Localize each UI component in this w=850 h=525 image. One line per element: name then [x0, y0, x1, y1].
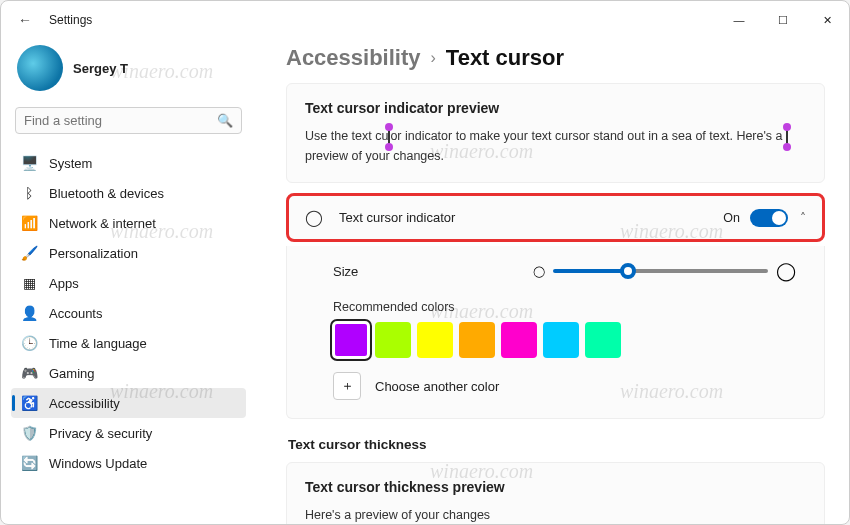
breadcrumb: Accessibility › Text cursor [286, 45, 825, 71]
nav-icon: ᛒ [21, 185, 37, 201]
sidebar-item-label: System [49, 156, 92, 171]
sidebar-item-time-language[interactable]: 🕒Time & language [11, 328, 246, 358]
sidebar-item-label: Apps [49, 276, 79, 291]
color-swatch[interactable] [417, 322, 453, 358]
minimize-button[interactable]: — [717, 1, 761, 39]
sidebar-item-label: Time & language [49, 336, 147, 351]
size-label: Size [333, 264, 533, 279]
nav-icon: 🕒 [21, 335, 37, 351]
search-icon: 🔍 [217, 113, 233, 128]
color-swatch[interactable] [459, 322, 495, 358]
nav-icon: 🎮 [21, 365, 37, 381]
color-swatch[interactable] [333, 322, 369, 358]
profile[interactable]: Sergey T [17, 45, 240, 91]
color-swatch[interactable] [585, 322, 621, 358]
nav-icon: 🛡️ [21, 425, 37, 441]
maximize-button[interactable]: ☐ [761, 1, 805, 39]
preview-card: Text cursor indicator preview Use the te… [286, 83, 825, 183]
sidebar-item-label: Privacy & security [49, 426, 152, 441]
color-swatch[interactable] [543, 322, 579, 358]
slider-thumb[interactable] [620, 263, 636, 279]
sidebar: Sergey T 🔍 🖥️SystemᛒBluetooth & devices📶… [1, 39, 256, 524]
sidebar-item-gaming[interactable]: 🎮Gaming [11, 358, 246, 388]
sidebar-item-label: Accounts [49, 306, 102, 321]
nav-icon: ▦ [21, 275, 37, 291]
search-box[interactable]: 🔍 [15, 107, 242, 134]
text-cursor-indicator-demo [786, 130, 788, 144]
sidebar-item-label: Accessibility [49, 396, 120, 411]
choose-color-label: Choose another color [375, 379, 499, 394]
nav-icon: 🔄 [21, 455, 37, 471]
color-swatch[interactable] [375, 322, 411, 358]
sidebar-item-accessibility[interactable]: ♿Accessibility [11, 388, 246, 418]
size-large-icon: ◯ [776, 260, 796, 282]
sidebar-item-label: Gaming [49, 366, 95, 381]
color-swatch[interactable] [501, 322, 537, 358]
sidebar-item-label: Network & internet [49, 216, 156, 231]
profile-name: Sergey T [73, 61, 128, 76]
preview-text: Use the text cuor indicator to make your… [305, 126, 806, 166]
slider-track[interactable] [553, 269, 768, 273]
choose-color-row[interactable]: ＋ Choose another color [333, 372, 796, 400]
chevron-up-icon[interactable]: ˄ [800, 211, 806, 225]
back-button[interactable]: ← [15, 12, 35, 28]
colors-heading: Recommended colors [333, 300, 796, 314]
avatar [17, 45, 63, 91]
add-color-button[interactable]: ＋ [333, 372, 361, 400]
sidebar-item-apps[interactable]: ▦Apps [11, 268, 246, 298]
search-input[interactable] [24, 113, 217, 128]
sidebar-item-label: Windows Update [49, 456, 147, 471]
sidebar-item-windows-update[interactable]: 🔄Windows Update [11, 448, 246, 478]
sidebar-item-bluetooth-devices[interactable]: ᛒBluetooth & devices [11, 178, 246, 208]
sidebar-item-label: Personalization [49, 246, 138, 261]
preview-heading: Text cursor indicator preview [305, 100, 806, 116]
main-content: Accessibility › Text cursor Text cursor … [256, 39, 849, 524]
thickness-preview-heading: Text cursor thickness preview [305, 479, 806, 495]
breadcrumb-current: Text cursor [446, 45, 564, 71]
size-small-icon: ◯ [533, 265, 545, 278]
titlebar: ← Settings — ☐ ✕ [1, 1, 849, 39]
thickness-preview-card: Text cursor thickness preview Here's a p… [286, 462, 825, 524]
sidebar-item-network-internet[interactable]: 📶Network & internet [11, 208, 246, 238]
text-cursor-indicator-row[interactable]: ◯ Text cursor indicator On ˄ [286, 193, 825, 242]
text-cursor-indicator-demo [388, 130, 390, 144]
toggle-label: Text cursor indicator [339, 210, 723, 225]
nav-icon: 📶 [21, 215, 37, 231]
sidebar-item-system[interactable]: 🖥️System [11, 148, 246, 178]
sidebar-item-label: Bluetooth & devices [49, 186, 164, 201]
toggle-switch[interactable] [750, 209, 788, 227]
nav-icon: 👤 [21, 305, 37, 321]
nav-icon: 🖥️ [21, 155, 37, 171]
close-button[interactable]: ✕ [805, 1, 849, 39]
sidebar-item-accounts[interactable]: 👤Accounts [11, 298, 246, 328]
size-row: Size ◯ ◯ [333, 260, 796, 282]
nav-icon: ♿ [21, 395, 37, 411]
thickness-preview-text: Here's a preview of your changes [305, 505, 806, 524]
indicator-expanded-panel: Size ◯ ◯ Recommended colors ＋ Choose ano… [286, 246, 825, 419]
sidebar-item-privacy-security[interactable]: 🛡️Privacy & security [11, 418, 246, 448]
thickness-section-header: Text cursor thickness [288, 437, 825, 452]
nav-icon: 🖌️ [21, 245, 37, 261]
chevron-right-icon: › [431, 49, 436, 67]
sidebar-item-personalization[interactable]: 🖌️Personalization [11, 238, 246, 268]
toggle-state: On [723, 211, 740, 225]
window-title: Settings [49, 13, 92, 27]
breadcrumb-parent[interactable]: Accessibility [286, 45, 421, 71]
color-swatches [333, 322, 796, 358]
indicator-icon: ◯ [305, 208, 327, 227]
size-slider[interactable]: ◯ ◯ [533, 260, 796, 282]
